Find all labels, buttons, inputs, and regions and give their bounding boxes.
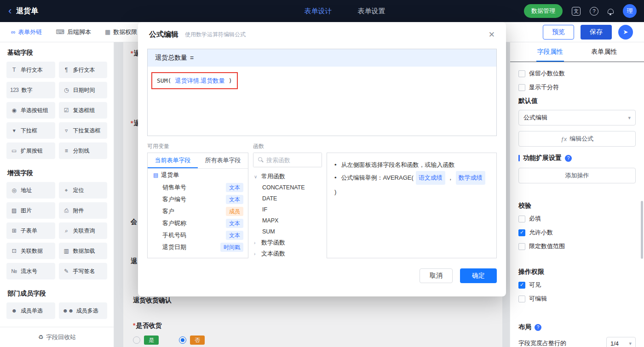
preview-button[interactable]: 预览 bbox=[543, 25, 574, 40]
palette-field[interactable]: ☻ 成员单选 bbox=[6, 302, 55, 319]
ok-button[interactable]: 确定 bbox=[460, 268, 497, 283]
variable-row[interactable]: 客户编号 文本 bbox=[148, 193, 248, 205]
tab-field-properties[interactable]: 字段属性 bbox=[536, 43, 564, 62]
edit-formula-button[interactable]: ƒx 编辑公式 bbox=[518, 131, 636, 147]
help-icon[interactable]: ? bbox=[535, 324, 541, 331]
formula-body[interactable]: SUM( 退货详情.退货数量 ) bbox=[148, 67, 496, 136]
variable-row[interactable]: 客户 成员 bbox=[148, 205, 248, 217]
palette-field[interactable]: ◉ 单选按钮组 bbox=[6, 102, 55, 119]
option-limit-range[interactable]: 限定数值范围 bbox=[518, 242, 636, 250]
function-item[interactable]: CONCATENATE bbox=[253, 182, 322, 193]
back-icon[interactable]: ‹ bbox=[8, 6, 12, 16]
variables-label: 可用变量 bbox=[147, 142, 248, 153]
tab-form-settings[interactable]: 表单设置 bbox=[358, 7, 385, 16]
type-badge: 文本 bbox=[226, 183, 243, 192]
variable-row[interactable]: 客户昵称 文本 bbox=[148, 217, 248, 229]
palette-field[interactable]: ≡ 分割线 bbox=[59, 142, 108, 159]
option-visible[interactable]: 可见 bbox=[518, 281, 636, 289]
select-value: 公式编辑 bbox=[523, 114, 547, 122]
palette-field[interactable]: ☻☻ 成员多选 bbox=[59, 302, 108, 319]
formula-field-ref[interactable]: 退货详情.退货数量 bbox=[175, 77, 225, 84]
option-thousand-separator[interactable]: 显示千分符 bbox=[518, 83, 636, 91]
palette-field[interactable]: ▥ 数据加载 bbox=[59, 243, 108, 259]
palette-field[interactable]: ◷ 日期时间 bbox=[59, 82, 108, 98]
function-item[interactable]: SUM bbox=[253, 226, 322, 237]
palette-field[interactable]: ¶ 多行文本 bbox=[59, 62, 108, 78]
palette-field[interactable]: ⊡ 关联数据 bbox=[6, 243, 55, 259]
function-search-input[interactable] bbox=[253, 153, 322, 167]
palette-field[interactable]: ⌕ 关联查询 bbox=[59, 222, 108, 239]
formula-editor[interactable]: 退货总数量 = SUM( 退货详情.退货数量 ) bbox=[147, 49, 497, 136]
checkbox[interactable] bbox=[518, 229, 525, 236]
close-icon[interactable]: ✕ bbox=[489, 30, 495, 40]
option-required[interactable]: 必填 bbox=[518, 215, 636, 223]
palette-field-label: 关联查询 bbox=[73, 227, 95, 235]
function-item[interactable]: DATE bbox=[253, 193, 322, 204]
field-width-select[interactable]: 1/4 ▾ bbox=[606, 337, 636, 347]
save-button[interactable]: 保存 bbox=[581, 25, 612, 40]
add-action-button[interactable]: 添加操作 bbox=[518, 168, 636, 183]
checkbox[interactable] bbox=[518, 282, 525, 289]
palette-field[interactable]: ☑ 复选框组 bbox=[59, 102, 108, 119]
palette-field[interactable]: ▾ 下拉框 bbox=[6, 122, 55, 139]
avatar[interactable]: 理 bbox=[623, 4, 637, 18]
cancel-button[interactable]: 取消 bbox=[420, 268, 453, 283]
palette-field[interactable]: ⊞ 子表单 bbox=[6, 222, 55, 239]
toolbar-item-backend-script[interactable]: ⌨ 后端脚本 bbox=[56, 28, 91, 36]
palette-field[interactable]: ◎ 地址 bbox=[6, 182, 55, 199]
function-item[interactable]: MAPX bbox=[253, 215, 322, 226]
field-recycle-bin[interactable]: ♻ 字段回收站 bbox=[0, 327, 114, 347]
option-editable[interactable]: 可编辑 bbox=[518, 295, 636, 303]
radio-control[interactable] bbox=[179, 336, 186, 344]
palette-field[interactable]: T 单行文本 bbox=[6, 62, 55, 78]
palette-field-label: 多行文本 bbox=[73, 66, 95, 74]
function-group-math[interactable]: › 数学函数 bbox=[253, 237, 322, 248]
palette-field[interactable]: ⎙ 附件 bbox=[59, 202, 108, 219]
toolbar-item-label: 数据权限 bbox=[113, 28, 137, 36]
tab-current-form-fields[interactable]: 当前表单字段 bbox=[148, 153, 198, 168]
bell-icon[interactable] bbox=[608, 9, 614, 14]
edit-formula-label: 编辑公式 bbox=[569, 135, 593, 143]
checkbox[interactable] bbox=[518, 243, 525, 250]
variable-row[interactable]: 手机号码 文本 bbox=[148, 229, 248, 241]
option-allow-decimal[interactable]: 允许小数 bbox=[518, 228, 636, 237]
toolbar-item-data-permission[interactable]: ▦ 数据权限 bbox=[105, 28, 137, 36]
function-group-text[interactable]: › 文本函数 bbox=[253, 248, 322, 258]
checkbox[interactable] bbox=[518, 296, 525, 302]
palette-field[interactable]: № 流水号 bbox=[6, 263, 55, 279]
share-button[interactable]: ➤ bbox=[618, 25, 633, 40]
checkbox[interactable] bbox=[518, 216, 525, 222]
radio-control[interactable] bbox=[133, 336, 140, 344]
checkbox[interactable] bbox=[518, 84, 525, 91]
palette-field[interactable]: ▿ 下拉复选框 bbox=[59, 122, 108, 139]
translate-icon[interactable]: 文 bbox=[572, 7, 581, 16]
variable-row[interactable]: 销售单号 文本 bbox=[148, 182, 248, 193]
tab-all-form-fields[interactable]: 所有表单字段 bbox=[198, 153, 248, 168]
toolbar-item-external-link[interactable]: ∞ 表单外链 bbox=[11, 28, 42, 36]
palette-field[interactable]: ▨ 图片 bbox=[6, 202, 55, 219]
tab-form-design[interactable]: 表单设计 bbox=[305, 7, 332, 16]
palette-field[interactable]: ✎ 手写签名 bbox=[59, 263, 108, 279]
palette-field[interactable]: ⌖ 定位 bbox=[59, 182, 108, 199]
radio-option-no[interactable]: 否 bbox=[179, 336, 205, 345]
palette-field-label: 成员单选 bbox=[21, 307, 43, 315]
tab-form-properties[interactable]: 表单属性 bbox=[590, 43, 618, 62]
palette-field[interactable]: 123 数字 bbox=[6, 82, 55, 98]
checkbox[interactable] bbox=[518, 70, 525, 77]
function-group-common[interactable]: ∨ 常用函数 bbox=[253, 171, 322, 182]
palette-field-label: 手写签名 bbox=[73, 267, 95, 275]
function-item[interactable]: IF bbox=[253, 204, 322, 215]
default-value-select[interactable]: 公式编辑 ▾ bbox=[518, 110, 636, 125]
variables-tree-root[interactable]: ▤ 退货单 bbox=[148, 169, 248, 182]
help-icon[interactable]: ? bbox=[565, 155, 572, 162]
help-icon[interactable]: ? bbox=[590, 7, 598, 16]
serial-number-icon: № bbox=[10, 268, 18, 274]
palette-field-label: 定位 bbox=[73, 187, 84, 194]
palette-field[interactable]: ▭ 扩展按钮 bbox=[6, 142, 55, 159]
data-manage-button[interactable]: 数据管理 bbox=[524, 4, 563, 18]
radio-option-yes[interactable]: 是 bbox=[133, 336, 159, 345]
option-keep-decimals[interactable]: 保留小数位数 bbox=[518, 69, 636, 78]
function-search[interactable] bbox=[253, 153, 322, 167]
window-scrollbar[interactable] bbox=[641, 201, 643, 259]
variable-row[interactable]: 退货日期 时间戳 bbox=[148, 241, 248, 253]
